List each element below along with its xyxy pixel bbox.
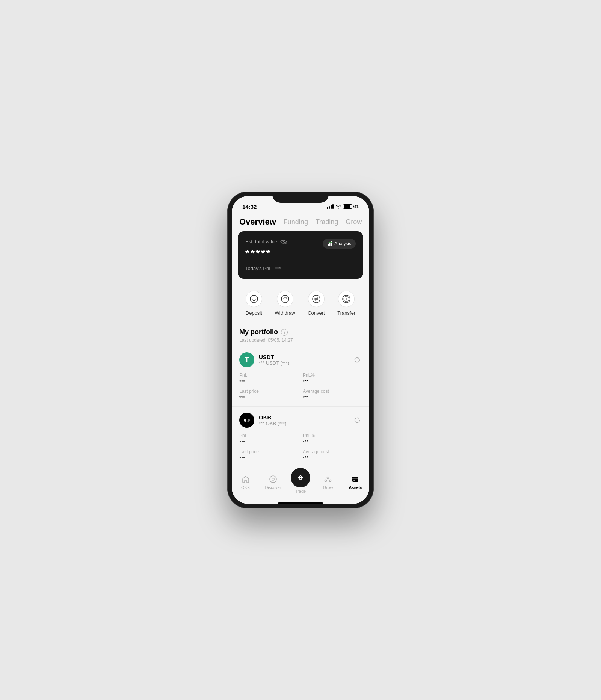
nav-tab-grow[interactable]: Grow — [346, 218, 362, 226]
convert-icon — [308, 291, 325, 307]
nav-label-grow: Grow — [323, 485, 333, 490]
phone-frame: 14:32 41 — [227, 192, 374, 508]
header-nav: Overview Funding Trading Grow — [232, 214, 369, 231]
okb-refresh-icon[interactable] — [353, 416, 362, 425]
nav-label-discover: Discover — [265, 485, 281, 490]
battery-level: 41 — [354, 204, 359, 209]
usdt-avg-cost: Average cost *** — [303, 389, 362, 400]
home-indicator — [278, 502, 323, 504]
usdt-refresh-icon[interactable] — [353, 355, 362, 364]
okb-info: OKB *** OKB (***) — [259, 414, 348, 426]
portfolio-header: My portfolio i Last updated: 05/05, 14:2… — [232, 322, 369, 346]
discover-icon — [269, 475, 278, 484]
bottom-nav: OKX Discover Trade — [232, 468, 369, 501]
deposit-action[interactable]: Deposit — [246, 291, 262, 316]
usdt-last-price: Last price *** — [239, 389, 298, 400]
svg-point-16 — [272, 478, 274, 480]
withdraw-action[interactable]: Withdraw — [275, 291, 295, 316]
grow-icon — [323, 475, 332, 484]
asset-item-usdt: T USDT *** USDT (***) PnL — [232, 346, 369, 407]
okb-details: PnL *** PnL% *** Last price *** Average … — [239, 433, 362, 461]
trade-button[interactable] — [291, 468, 310, 487]
deposit-icon — [246, 291, 262, 307]
notch — [272, 192, 329, 203]
pnl-row: Today's PnL *** — [245, 266, 356, 271]
svg-rect-0 — [328, 244, 329, 246]
usdt-logo: T — [239, 352, 254, 367]
deposit-label: Deposit — [246, 310, 262, 316]
withdraw-icon — [277, 291, 293, 307]
okb-logo — [239, 413, 254, 428]
nav-tab-funding[interactable]: Funding — [284, 218, 308, 226]
svg-rect-1 — [329, 243, 331, 246]
nav-item-discover[interactable]: Discover — [259, 475, 287, 490]
nav-label-assets: Assets — [349, 485, 362, 490]
signal-icon — [327, 204, 334, 209]
nav-item-trade[interactable]: Trade — [287, 471, 314, 493]
okb-avg-cost: Average cost *** — [303, 449, 362, 461]
wifi-icon — [335, 204, 341, 209]
okb-pnl: PnL *** — [239, 433, 298, 445]
asset-item-okb: OKB *** OKB (***) PnL *** — [232, 407, 369, 467]
transfer-icon — [338, 291, 355, 307]
usdt-name: USDT — [259, 354, 348, 360]
eye-slash-icon[interactable] — [280, 239, 287, 244]
nav-item-grow[interactable]: Grow — [314, 475, 342, 490]
assets-icon — [351, 475, 360, 484]
portfolio-title: My portfolio i — [239, 328, 362, 336]
balance-card: Est. total value ***** — [238, 231, 363, 279]
phone-screen: 14:32 41 — [232, 196, 369, 504]
nav-tab-overview[interactable]: Overview — [239, 217, 276, 227]
okb-pnl-pct: PnL% *** — [303, 433, 362, 445]
usdt-info: USDT *** USDT (***) — [259, 354, 348, 366]
transfer-label: Transfer — [337, 310, 355, 316]
convert-action[interactable]: Convert — [308, 291, 325, 316]
portfolio-info-icon[interactable]: i — [281, 329, 288, 336]
svg-point-5 — [313, 295, 320, 303]
svg-rect-20 — [352, 477, 358, 482]
okb-name: OKB — [259, 414, 348, 421]
status-time: 14:32 — [242, 204, 257, 210]
nav-item-assets[interactable]: Assets — [342, 475, 369, 490]
status-icons: 41 — [327, 204, 359, 209]
nav-label-trade: Trade — [295, 489, 306, 493]
balance-label: Est. total value — [245, 239, 287, 244]
balance-amount: ***** — [245, 247, 287, 259]
withdraw-label: Withdraw — [275, 310, 295, 316]
usdt-pnl-pct: PnL% *** — [303, 373, 362, 384]
usdt-amount: *** USDT (***) — [259, 360, 348, 366]
svg-rect-21 — [352, 478, 358, 479]
svg-point-15 — [270, 476, 276, 483]
analysis-button[interactable]: Analysis — [323, 239, 356, 249]
convert-label: Convert — [308, 310, 325, 316]
transfer-action[interactable]: Transfer — [337, 291, 355, 316]
battery-icon — [343, 204, 352, 209]
svg-point-10 — [246, 419, 248, 421]
okb-amount: *** OKB (***) — [259, 421, 348, 426]
usdt-details: PnL *** PnL% *** Last price *** Average … — [239, 373, 362, 400]
svg-rect-22 — [353, 480, 355, 481]
usdt-pnl: PnL *** — [239, 373, 298, 384]
nav-item-okx[interactable]: OKX — [232, 475, 259, 490]
nav-label-okx: OKX — [241, 485, 250, 490]
screen-content[interactable]: Overview Funding Trading Grow Est. total… — [232, 214, 369, 468]
quick-actions: Deposit Withdraw — [232, 285, 369, 322]
portfolio-updated: Last updated: 05/05, 14:27 — [239, 338, 362, 343]
okb-last-price: Last price *** — [239, 449, 298, 461]
home-icon — [241, 475, 250, 484]
nav-tab-trading[interactable]: Trading — [316, 218, 338, 226]
